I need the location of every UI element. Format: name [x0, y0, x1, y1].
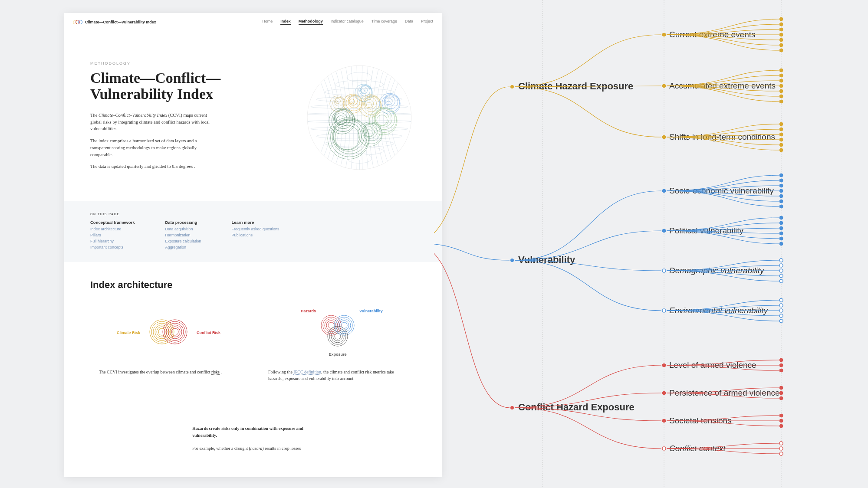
svg-point-129 [779, 189, 783, 193]
svg-point-167 [779, 447, 783, 450]
intro: The Climate–Conflict–Vulnerability Index… [90, 112, 290, 170]
svg-point-139 [779, 242, 783, 246]
toc-link[interactable]: Frequently asked questions [231, 226, 279, 233]
arch-title: Index architecture [90, 279, 416, 291]
svg-point-106 [779, 38, 783, 42]
svg-point-154 [779, 358, 783, 362]
svg-point-128 [779, 184, 783, 187]
svg-point-94 [321, 315, 341, 335]
svg-point-125 [662, 189, 666, 193]
svg-point-156 [779, 369, 783, 372]
link-resolution[interactable]: 0.5 degrees [172, 164, 193, 169]
svg-point-121 [779, 138, 783, 141]
svg-point-83 [341, 322, 347, 328]
eyebrow: METHODOLOGY [90, 61, 290, 66]
svg-point-101 [662, 33, 666, 36]
svg-point-111 [779, 74, 783, 77]
svg-point-152 [510, 406, 514, 409]
svg-point-155 [779, 364, 783, 367]
svg-point-75 [168, 325, 182, 339]
svg-point-127 [779, 179, 783, 182]
nav-data[interactable]: Data [405, 19, 413, 25]
svg-point-161 [662, 419, 666, 422]
svg-point-115 [779, 95, 783, 98]
svg-point-133 [662, 229, 666, 233]
page-card: Climate—Conflict—Vulnerability Index Hom… [64, 13, 442, 477]
nav-index[interactable]: Index [280, 19, 291, 25]
svg-point-118 [779, 122, 783, 126]
svg-point-90 [331, 330, 344, 343]
section-architecture: Index architecture Climate Risk Conflict… [64, 262, 442, 399]
svg-point-134 [779, 216, 783, 219]
svg-point-141 [779, 259, 783, 262]
nav-methodology[interactable]: Methodology [299, 19, 323, 25]
toc-link[interactable]: Exposure calculation [165, 239, 201, 245]
toc-heading: Conceptual framework [90, 220, 135, 225]
svg-point-110 [779, 69, 783, 72]
svg-point-4 [325, 88, 394, 95]
svg-point-122 [779, 143, 783, 147]
nav-home[interactable]: Home [262, 19, 273, 25]
svg-point-119 [779, 128, 783, 131]
svg-point-166 [779, 442, 783, 445]
globe-image: /*placeholder*/ [303, 61, 416, 174]
svg-point-112 [779, 79, 783, 82]
svg-point-137 [779, 232, 783, 235]
toc-label: ON THIS PAGE [90, 213, 416, 216]
svg-point-132 [779, 205, 783, 208]
svg-point-143 [779, 269, 783, 272]
toc-link[interactable]: Harmonization [165, 233, 201, 239]
toc-link[interactable]: Full hierarchy [90, 239, 135, 245]
link-ipcc[interactable]: IPCC definition [293, 370, 321, 375]
venn2-hazards-label: Hazards [301, 309, 316, 313]
toc-link[interactable]: Index architecture [90, 226, 135, 233]
svg-point-146 [662, 309, 666, 312]
svg-point-74 [155, 325, 169, 339]
svg-point-123 [779, 148, 783, 152]
svg-point-153 [662, 364, 666, 367]
svg-point-52 [382, 95, 400, 112]
svg-point-168 [779, 452, 783, 455]
svg-point-145 [779, 279, 783, 283]
svg-point-165 [662, 447, 666, 450]
svg-point-43 [361, 89, 365, 92]
svg-point-107 [779, 43, 783, 47]
toc-link[interactable]: Pillars [90, 233, 135, 239]
svg-point-113 [779, 84, 783, 88]
venn1-left-label: Climate Risk [117, 331, 141, 335]
svg-point-131 [779, 200, 783, 203]
svg-point-78 [151, 321, 172, 342]
svg-point-138 [779, 237, 783, 240]
svg-point-95 [334, 315, 354, 335]
svg-point-96 [328, 326, 348, 346]
toc-heading: Data processing [165, 220, 201, 225]
toc-link[interactable]: Data acquisition [165, 226, 201, 233]
svg-point-109 [662, 84, 666, 88]
nav-catalogue[interactable]: Indicator catalogue [331, 19, 364, 25]
toc-link[interactable]: Publications [231, 233, 279, 239]
navbar: Climate—Conflict—Vulnerability Index Hom… [64, 13, 442, 31]
svg-point-20 [335, 125, 359, 150]
nav-time[interactable]: Time coverage [372, 19, 397, 25]
svg-point-30 [349, 97, 357, 105]
section-below: Hazards create risks only in combination… [64, 412, 442, 471]
svg-point-148 [779, 304, 783, 307]
svg-point-151 [779, 319, 783, 323]
svg-point-135 [779, 221, 783, 225]
nav-project[interactable]: Project [421, 19, 433, 25]
svg-point-102 [779, 17, 783, 21]
svg-point-142 [779, 264, 783, 267]
svg-point-114 [779, 89, 783, 93]
toc-link[interactable]: Important concepts [90, 245, 135, 251]
svg-point-144 [779, 274, 783, 278]
toc-link[interactable]: Aggregation [165, 245, 201, 251]
svg-point-120 [779, 133, 783, 136]
svg-point-158 [779, 386, 783, 390]
svg-point-149 [779, 309, 783, 312]
svg-point-41 [360, 86, 370, 96]
svg-point-84 [335, 333, 341, 339]
svg-point-104 [779, 28, 783, 31]
svg-point-79 [164, 321, 185, 342]
svg-point-126 [779, 174, 783, 177]
svg-point-163 [779, 419, 783, 422]
